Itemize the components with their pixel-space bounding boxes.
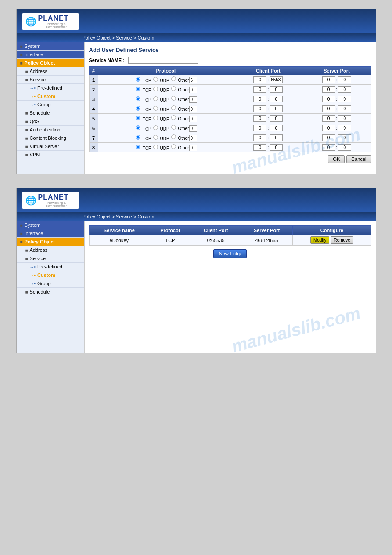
radio-label-udp-4[interactable]: UDP xyxy=(152,105,169,112)
sidebar2-item-system[interactable]: ■ System xyxy=(17,221,84,229)
radio-label-other-4[interactable]: Other xyxy=(170,105,197,112)
radio-other-5[interactable] xyxy=(171,115,176,120)
sp-to-7[interactable] xyxy=(338,134,351,141)
radio-label-udp-6[interactable]: UDP xyxy=(152,125,169,131)
other-input-3[interactable] xyxy=(189,96,197,103)
other-input-1[interactable] xyxy=(189,77,197,83)
radio-udp-8[interactable] xyxy=(153,145,158,149)
radio-label-tcp-1[interactable]: TCP xyxy=(135,76,151,83)
radio-label-other-6[interactable]: Other xyxy=(170,124,197,132)
radio-label-udp-7[interactable]: UDP xyxy=(152,134,169,141)
radio-label-udp-3[interactable]: UDP xyxy=(152,96,169,102)
cancel-button[interactable]: Cancel xyxy=(346,155,371,163)
remove-button[interactable]: Remove xyxy=(331,236,353,244)
radio-tcp-3[interactable] xyxy=(136,96,140,101)
sidebar2-item-policy-object[interactable]: ■ Policy Object xyxy=(17,238,84,246)
sp-from-4[interactable] xyxy=(322,105,335,112)
radio-label-tcp-5[interactable]: TCP xyxy=(135,115,151,122)
radio-label-other-5[interactable]: Other xyxy=(170,115,197,122)
other-input-6[interactable] xyxy=(189,125,197,132)
service-name-input[interactable] xyxy=(128,57,198,64)
cp-from-8[interactable] xyxy=(253,144,266,151)
other-input-4[interactable] xyxy=(189,106,197,112)
radio-label-other-1[interactable]: Other xyxy=(170,76,197,83)
radio-label-udp-1[interactable]: UDP xyxy=(152,76,169,83)
radio-other-3[interactable] xyxy=(171,96,176,100)
radio-other-7[interactable] xyxy=(171,134,176,139)
sidebar-item-policy-object[interactable]: ■ Policy Object xyxy=(17,59,84,67)
sidebar2-item-interface[interactable]: ■ Interface xyxy=(17,229,84,238)
radio-udp-2[interactable] xyxy=(153,87,158,91)
sidebar-item-qos[interactable]: ■ QoS xyxy=(17,117,84,126)
new-entry-button[interactable]: New Entry xyxy=(213,249,247,258)
radio-other-1[interactable] xyxy=(171,76,176,81)
cp-from-1[interactable] xyxy=(253,76,266,83)
sidebar-item-virtual-server[interactable]: ■ Virtual Server xyxy=(17,142,84,151)
radio-label-other-7[interactable]: Other xyxy=(170,134,197,141)
radio-label-tcp-6[interactable]: TCP xyxy=(135,125,151,131)
radio-tcp-6[interactable] xyxy=(136,125,140,130)
other-input-5[interactable] xyxy=(189,116,197,122)
other-input-7[interactable] xyxy=(189,135,197,141)
sp-from-3[interactable] xyxy=(322,96,335,102)
radio-tcp-2[interactable] xyxy=(136,87,140,91)
sp-from-7[interactable] xyxy=(322,134,335,141)
radio-other-8[interactable] xyxy=(171,144,176,149)
radio-label-tcp-7[interactable]: TCP xyxy=(135,134,151,141)
radio-other-4[interactable] xyxy=(171,105,176,110)
radio-tcp-7[interactable] xyxy=(136,135,140,139)
cp-from-3[interactable] xyxy=(253,96,266,102)
radio-label-tcp-2[interactable]: TCP xyxy=(135,86,151,93)
cp-to-5[interactable] xyxy=(270,115,283,122)
sp-from-5[interactable] xyxy=(322,115,335,122)
cp-from-6[interactable] xyxy=(253,125,266,131)
radio-tcp-1[interactable] xyxy=(136,77,140,81)
sidebar-item-address[interactable]: ■ Address xyxy=(17,67,84,76)
cp-from-7[interactable] xyxy=(253,134,266,141)
radio-udp-4[interactable] xyxy=(153,106,158,110)
cp-to-2[interactable] xyxy=(270,86,283,93)
sidebar-item-interface[interactable]: ■ Interface xyxy=(17,51,84,59)
sp-to-2[interactable] xyxy=(338,86,351,93)
sp-from-1[interactable] xyxy=(322,76,335,83)
cp-to-3[interactable] xyxy=(270,96,283,102)
radio-other-2[interactable] xyxy=(171,86,176,91)
radio-label-other-3[interactable]: Other xyxy=(170,95,197,103)
sidebar2-item-service[interactable]: ■ Service xyxy=(17,254,84,263)
radio-udp-1[interactable] xyxy=(153,77,158,81)
radio-tcp-4[interactable] xyxy=(136,106,140,110)
sp-to-3[interactable] xyxy=(338,96,351,102)
radio-udp-5[interactable] xyxy=(153,116,158,120)
sp-to-6[interactable] xyxy=(338,125,351,131)
sidebar2-item-predefined[interactable]: →• Pre-defined xyxy=(17,263,84,271)
radio-label-other-2[interactable]: Other xyxy=(170,86,197,93)
sidebar-item-vpn[interactable]: ■ VPN xyxy=(17,151,84,159)
sidebar2-item-schedule[interactable]: ■ Schedule xyxy=(17,288,84,296)
radio-label-udp-8[interactable]: UDP xyxy=(152,144,169,151)
cp-to-7[interactable] xyxy=(270,134,283,141)
radio-label-tcp-3[interactable]: TCP xyxy=(135,96,151,102)
sidebar-item-content-blocking[interactable]: ■ Content Blocking xyxy=(17,134,84,142)
modify-button[interactable]: Modify xyxy=(310,236,329,244)
sidebar-item-authentication[interactable]: ■ Authentication xyxy=(17,126,84,134)
radio-tcp-5[interactable] xyxy=(136,116,140,120)
cp-to-6[interactable] xyxy=(270,125,283,131)
sp-to-5[interactable] xyxy=(338,115,351,122)
radio-udp-7[interactable] xyxy=(153,135,158,139)
other-input-2[interactable] xyxy=(189,87,197,93)
radio-label-other-8[interactable]: Other xyxy=(170,144,197,151)
radio-tcp-8[interactable] xyxy=(136,145,140,149)
radio-label-udp-5[interactable]: UDP xyxy=(152,115,169,122)
ok-button[interactable]: OK xyxy=(328,155,345,163)
sidebar-item-system[interactable]: ■ System xyxy=(17,42,84,51)
cp-from-2[interactable] xyxy=(253,86,266,93)
other-input-8[interactable] xyxy=(189,145,197,151)
sidebar-item-service[interactable]: ■ Service xyxy=(17,76,84,84)
sp-from-8[interactable] xyxy=(322,144,335,151)
sidebar2-item-group[interactable]: →• Group xyxy=(17,279,84,288)
radio-other-6[interactable] xyxy=(171,125,176,129)
cp-from-5[interactable] xyxy=(253,115,266,122)
sp-to-8[interactable] xyxy=(338,144,351,151)
sp-from-2[interactable] xyxy=(322,86,335,93)
sidebar-item-custom[interactable]: →• Custom xyxy=(17,92,84,101)
